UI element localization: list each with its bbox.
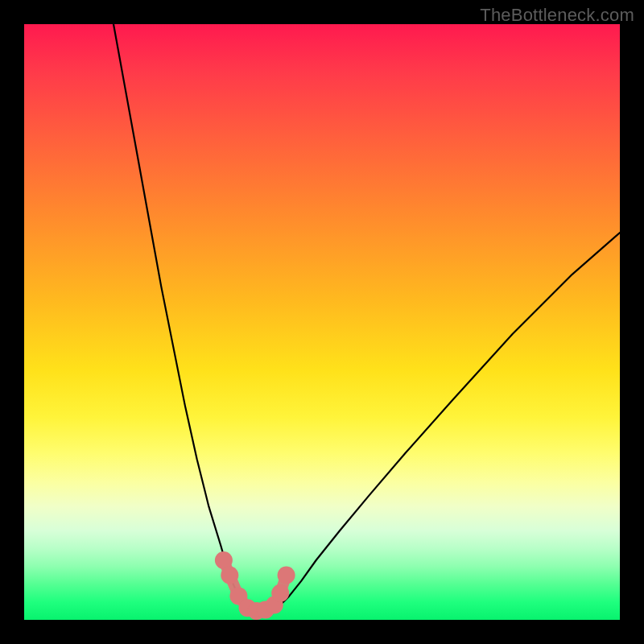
svg-point-7 [271, 584, 289, 602]
watermark-text: TheBottleneck.com [480, 5, 634, 26]
series-valley-markers [215, 551, 295, 620]
series-left-branch [114, 24, 250, 609]
chart-canvas [24, 24, 620, 620]
series-right-branch [275, 233, 620, 609]
svg-point-1 [221, 567, 238, 584]
chart-svg [24, 24, 620, 620]
outer-frame: TheBottleneck.com [0, 0, 644, 644]
svg-point-8 [278, 567, 295, 584]
